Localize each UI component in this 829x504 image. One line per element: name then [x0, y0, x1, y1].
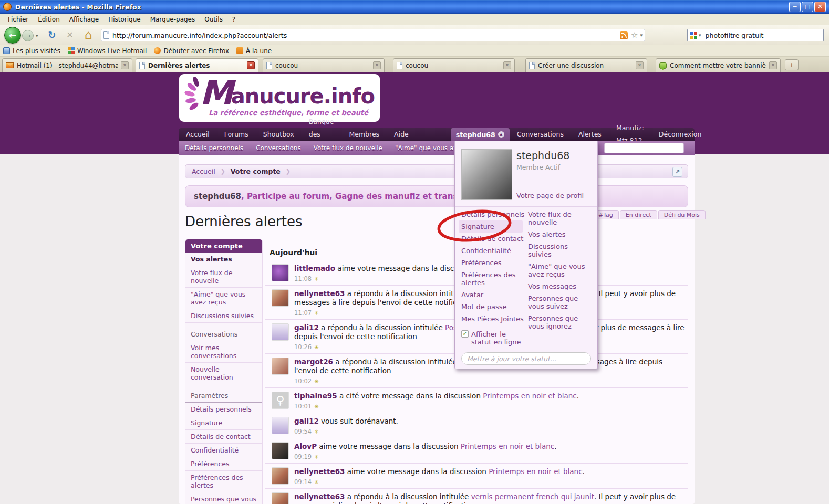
dropdown-mot-de-passe[interactable]: Mot de passe	[461, 301, 525, 313]
alert-username-link[interactable]: gali12	[294, 417, 319, 425]
menu-affichage[interactable]: Affichage	[65, 14, 103, 25]
sidebar-item-details-personnels[interactable]: Détails personnels	[185, 403, 262, 416]
maximize-button[interactable]: □	[802, 2, 813, 12]
tab-close-icon[interactable]: ✕	[247, 61, 255, 69]
tab-creer-discussion[interactable]: Créer une discussion ✕	[525, 58, 647, 72]
url-text[interactable]: http://forum.manucure.info/index.php?acc…	[112, 32, 620, 39]
alert-discussion-link[interactable]: Printemps en noir et blanc	[483, 392, 576, 400]
tab-close-icon[interactable]: ✕	[373, 61, 381, 69]
user-avatar[interactable]	[272, 492, 289, 504]
default-female-avatar-icon[interactable]: ♀	[272, 392, 289, 409]
tab-close-icon[interactable]: ✕	[636, 61, 644, 69]
dropdown-preferences-des-alertes[interactable]: Préférences des alertes	[461, 269, 525, 289]
tab-dernieres-alertes[interactable]: Dernières alertes ✕	[136, 58, 258, 72]
bookmark-debuter-firefox[interactable]: Débuter avec Firefox	[154, 47, 229, 55]
bookmark-star-icon[interactable]: ☆	[631, 30, 638, 40]
alert-username-link[interactable]: littlemado	[294, 264, 335, 272]
alert-username-link[interactable]: AlovP	[294, 442, 317, 450]
home-button[interactable]: ⌂	[81, 27, 96, 43]
subnav-conversations[interactable]: Conversations	[250, 144, 307, 152]
dropdown-vos-messages[interactable]: Vos messages	[528, 280, 592, 292]
subnav-details-personnels[interactable]: Détails personnels	[179, 144, 250, 152]
new-tab-button[interactable]: +	[785, 59, 799, 70]
alert-discussion-link[interactable]: Printemps en noir et blanc	[489, 467, 582, 476]
user-avatar[interactable]	[272, 442, 289, 459]
history-dropdown-icon[interactable]: ▾	[36, 33, 38, 38]
welcome-username[interactable]: stephdu68	[194, 192, 241, 201]
breadcrumb-accueil[interactable]: Accueil	[192, 167, 215, 175]
dropdown-personnes-suivez[interactable]: Personnes que vous suivez	[528, 292, 592, 312]
nav-deconnexion[interactable]: Déconnexion	[651, 128, 709, 141]
bookmark-les-plus-visites[interactable]: Les plus visités	[3, 47, 60, 55]
user-avatar[interactable]	[272, 264, 289, 281]
menu-historique[interactable]: Historique	[103, 14, 146, 25]
back-button[interactable]: ←	[4, 27, 21, 44]
sidebar-item-details-de-contact[interactable]: Détails de contact	[185, 430, 262, 444]
sidebar-item-voir-conversations[interactable]: Voir mes conversations	[185, 341, 262, 363]
menu-outils[interactable]: Outils	[200, 14, 227, 25]
search-engine-dropdown-icon[interactable]: ▾	[699, 33, 701, 38]
alert-username-link[interactable]: tiphaine95	[294, 392, 337, 400]
alert-discussion-link[interactable]: Printemps en noir et blanc	[461, 442, 554, 450]
site-logo[interactable]: M anucure.info La référence esthétique, …	[179, 74, 380, 122]
dropdown-details-de-contact[interactable]: Détails de contact	[461, 233, 525, 245]
tab-hotmail[interactable]: Hotmail (1) - stephdu44@hotmail.com ✕	[2, 58, 132, 72]
forward-button[interactable]: →	[22, 30, 34, 41]
checkbox-checked-icon[interactable]: ✓	[461, 330, 469, 338]
sidebar-section-parametres[interactable]: Paramètres	[185, 389, 262, 403]
stop-button[interactable]: ✕	[63, 28, 77, 42]
online-status-checkbox-row[interactable]: ✓ Afficher le statut en ligne	[461, 330, 525, 346]
close-button[interactable]: ✕	[814, 2, 826, 12]
dropdown-personnes-ignorez[interactable]: Personnes que vous ignorez	[528, 312, 592, 332]
sidebar-section-conversations[interactable]: Conversations	[185, 328, 262, 341]
alert-discussion-link[interactable]: vernis permanent french qui jaunit	[471, 492, 594, 501]
dropdown-avatar[interactable]: Avatar	[461, 289, 525, 301]
nav-forums[interactable]: Forums	[217, 128, 256, 141]
dropdown-signature[interactable]: Signature	[459, 220, 523, 233]
nav-accueil[interactable]: Accueil	[179, 128, 217, 141]
sidebar-item-vos-alertes[interactable]: Vos alertes	[185, 253, 262, 266]
site-search-input[interactable]	[604, 143, 684, 153]
dropdown-preferences[interactable]: Préférences	[461, 257, 525, 269]
dropdown-details-personnels[interactable]: Détails personnels	[461, 208, 525, 220]
sidebar-item-personnes-suivez[interactable]: Personnes que vous suivez	[185, 492, 262, 504]
dropdown-vos-alertes[interactable]: Vos alertes	[528, 228, 592, 240]
dropdown-mes-pieces-jointes[interactable]: Mes Pièces Jointes	[461, 313, 525, 325]
dropdown-flux-de-nouvelle[interactable]: Votre flux de nouvelle	[528, 208, 592, 228]
sidebar-item-aime-recus[interactable]: "Aime" que vous avez reçus	[185, 288, 262, 309]
nav-user-menu[interactable]: stephdu68 ▲	[451, 128, 510, 141]
menu-aide[interactable]: ?	[227, 14, 240, 25]
alert-username-link[interactable]: margot26	[294, 358, 333, 366]
alert-username-link[interactable]: nellynette63	[294, 492, 345, 501]
nav-aide[interactable]: Aide	[387, 128, 416, 141]
bookmark-hotmail[interactable]: Windows Live Hotmail	[68, 47, 147, 55]
menu-fichier[interactable]: Fichier	[3, 14, 33, 25]
sidebar-item-flux-de-nouvelle[interactable]: Votre flux de nouvelle	[185, 266, 262, 288]
rss-icon[interactable]	[620, 32, 628, 39]
reload-button[interactable]: ↻	[45, 28, 59, 42]
search-query[interactable]: photofiltre gratuit	[706, 32, 764, 39]
sidebar-item-discussions-suivies[interactable]: Discussions suivies	[185, 309, 262, 323]
dropdown-confidentialite[interactable]: Confidentialité	[461, 245, 525, 257]
alert-username-link[interactable]: gali12	[294, 323, 319, 332]
user-avatar[interactable]	[272, 417, 289, 434]
status-update-input[interactable]	[461, 352, 591, 365]
tab-close-icon[interactable]: ✕	[503, 61, 511, 69]
tab-coucou-1[interactable]: coucou ✕	[263, 58, 385, 72]
profile-page-link[interactable]: Votre page de profil	[516, 192, 584, 200]
tab-coucou-2[interactable]: coucou ✕	[393, 58, 515, 72]
sidebar-item-confidentialite[interactable]: Confidentialité	[185, 444, 262, 457]
user-avatar[interactable]	[461, 149, 512, 200]
nav-membres[interactable]: Membres	[341, 128, 387, 141]
menu-marque-pages[interactable]: Marque-pages	[146, 14, 200, 25]
tab-comment-banniere[interactable]: Comment mettre votre bannière ou tou... …	[656, 58, 781, 72]
minimize-button[interactable]: ─	[789, 2, 801, 12]
widget-tab-en-direct[interactable]: En direct	[620, 210, 657, 219]
bookmark-a-la-une[interactable]: À la une	[236, 47, 272, 55]
external-link-icon[interactable]: ↗	[672, 167, 682, 177]
window-titlebar[interactable]: Dernières alertes - Mozilla Firefox ─ □ …	[0, 0, 829, 14]
search-bar[interactable]: ▾ photofiltre gratuit	[687, 29, 824, 41]
widget-tab-defi-du-mois[interactable]: Défi du Mois	[658, 210, 706, 219]
user-avatar[interactable]	[272, 358, 289, 375]
sidebar-item-signature[interactable]: Signature	[185, 416, 262, 430]
